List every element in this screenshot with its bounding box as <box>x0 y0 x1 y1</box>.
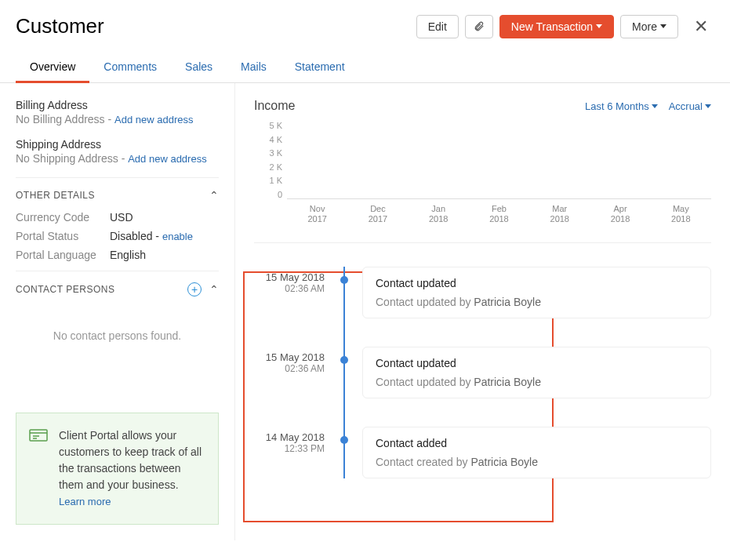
page-title: Customer <box>16 14 104 38</box>
plot-area <box>287 121 711 199</box>
page-header: Customer Edit New Transaction More ✕ <box>0 0 730 53</box>
timeline-card: Contact updated Contact updated by Patri… <box>362 267 711 318</box>
detail-row: Portal Status Disabled - enable <box>16 230 219 242</box>
add-shipping-link[interactable]: Add new address <box>128 153 206 165</box>
timeline-item: 15 May 2018 02:36 AM Contact updated Con… <box>254 267 711 318</box>
sidebar: Billing Address No Billing Address - Add… <box>0 83 235 540</box>
tab-statement[interactable]: Statement <box>281 53 359 82</box>
timeline-card: Contact added Contact created by Patrici… <box>362 427 711 478</box>
other-details-header[interactable]: OTHER DETAILS ⌃ <box>16 189 219 202</box>
basis-filter[interactable]: Accrual <box>669 100 711 112</box>
tab-comments[interactable]: Comments <box>89 53 171 82</box>
new-transaction-button[interactable]: New Transaction <box>499 15 614 38</box>
caret-down-icon <box>705 104 711 108</box>
timeline-item: 14 May 2018 12:33 PM Contact added Conta… <box>254 427 711 478</box>
chevron-up-icon: ⌃ <box>209 283 219 296</box>
shipping-address-label: Shipping Address <box>16 138 219 151</box>
caret-down-icon <box>652 104 658 108</box>
x-axis: Nov2017 Dec2017 Jan2018 Feb2018 Mar2018 … <box>287 204 711 224</box>
billing-address-value: No Billing Address - Add new address <box>16 113 219 125</box>
paperclip-icon <box>474 20 485 33</box>
timeline-card: Contact updated Contact updated by Patri… <box>362 347 711 398</box>
tabs: Overview Comments Sales Mails Statement <box>0 53 730 83</box>
more-button[interactable]: More <box>620 15 678 38</box>
svg-rect-0 <box>30 430 47 441</box>
edit-button[interactable]: Edit <box>416 15 459 38</box>
billing-address-label: Billing Address <box>16 99 219 111</box>
portal-info-box: Client Portal allows your customers to k… <box>16 413 219 525</box>
tab-overview[interactable]: Overview <box>16 53 89 83</box>
caret-down-icon <box>660 24 666 28</box>
contact-persons-title: CONTACT PERSONS <box>16 284 114 295</box>
add-contact-icon[interactable]: + <box>187 282 202 296</box>
contact-persons-header[interactable]: CONTACT PERSONS + ⌃ <box>16 282 219 296</box>
more-label: More <box>632 20 657 33</box>
income-chart: 5 K 4 K 3 K 2 K 1 K 0 Nov2017 Dec2017 Ja… <box>254 121 711 235</box>
detail-row: Currency Code USD <box>16 211 219 224</box>
timeline-dot-icon <box>340 276 348 284</box>
income-header: Income Last 6 Months Accrual <box>254 99 711 113</box>
y-axis: 5 K 4 K 3 K 2 K 1 K 0 <box>254 121 282 199</box>
enable-portal-link[interactable]: enable <box>162 231 193 242</box>
close-button[interactable]: ✕ <box>691 16 711 37</box>
new-transaction-label: New Transaction <box>511 20 593 33</box>
period-filter[interactable]: Last 6 Months <box>585 100 658 112</box>
add-billing-link[interactable]: Add new address <box>114 114 193 125</box>
caret-down-icon <box>596 24 602 28</box>
chevron-up-icon: ⌃ <box>209 189 219 202</box>
tab-mails[interactable]: Mails <box>227 53 281 82</box>
detail-row: Portal Language English <box>16 249 219 261</box>
timeline-date: 15 May 2018 02:36 AM <box>254 347 331 374</box>
contact-persons-empty: No contact persons found. <box>16 306 219 389</box>
portal-text: Client Portal allows your customers to k… <box>59 427 205 510</box>
header-actions: Edit New Transaction More ✕ <box>416 15 711 38</box>
portal-icon <box>29 427 48 510</box>
attach-button[interactable] <box>465 15 493 38</box>
other-details-title: OTHER DETAILS <box>16 190 95 201</box>
income-title: Income <box>254 99 295 113</box>
timeline-date: 15 May 2018 02:36 AM <box>254 267 331 294</box>
timeline-item: 15 May 2018 02:36 AM Contact updated Con… <box>254 347 711 398</box>
timeline-date: 14 May 2018 12:33 PM <box>254 427 331 454</box>
activity-timeline: 15 May 2018 02:36 AM Contact updated Con… <box>254 267 711 478</box>
main-content: Income Last 6 Months Accrual 5 K 4 K 3 K… <box>235 83 730 540</box>
tab-sales[interactable]: Sales <box>171 53 227 82</box>
portal-learn-more-link[interactable]: Learn more <box>59 496 111 507</box>
timeline-dot-icon <box>340 436 348 444</box>
timeline-dot-icon <box>340 356 348 364</box>
shipping-address-value: No Shipping Address - Add new address <box>16 152 219 165</box>
